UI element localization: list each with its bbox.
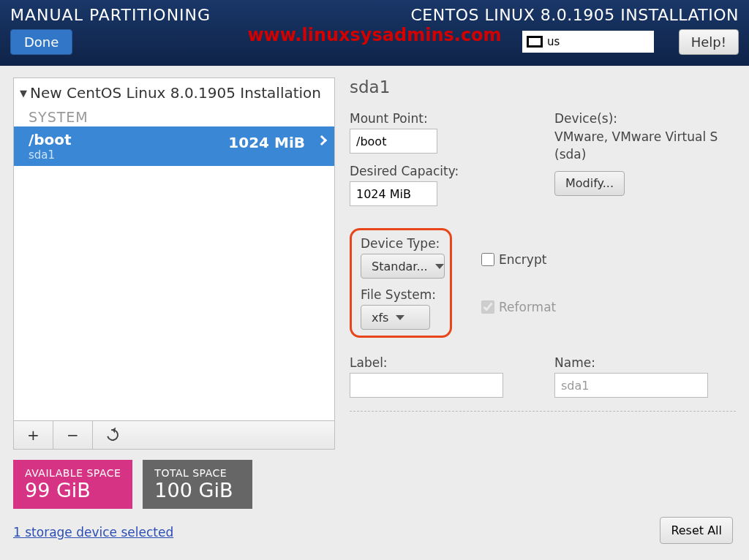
details-row-3: Label: Name:: [350, 355, 736, 398]
file-system-dropdown[interactable]: xfs: [361, 305, 430, 330]
details-row-1: Mount Point: Desired Capacity: Device(s)…: [350, 111, 736, 206]
encrypt-label: Encrypt: [499, 252, 546, 267]
content-area: ▼ New CentOS Linux 8.0.1905 Installation…: [0, 66, 749, 551]
total-space-value: 100 GiB: [154, 479, 241, 502]
highlight-box: Device Type: Standar... File System: xfs: [350, 228, 452, 338]
header-bar: MANUAL PARTITIONING CENTOS LINUX 8.0.190…: [0, 0, 749, 66]
file-system-value: xfs: [372, 311, 388, 325]
space-summary: AVAILABLE SPACE 99 GiB TOTAL SPACE 100 G…: [13, 460, 335, 509]
add-partition-button[interactable]: +: [14, 421, 53, 449]
devices-value: VMware, VMware Virtual S (sda): [554, 129, 736, 164]
modify-devices-button[interactable]: Modify...: [554, 171, 625, 196]
help-button[interactable]: Help!: [679, 29, 739, 55]
left-column: ▼ New CentOS Linux 8.0.1905 Installation…: [13, 77, 335, 540]
mount-point-input[interactable]: [350, 129, 437, 154]
encrypt-checkbox[interactable]: [481, 253, 494, 266]
selected-device-title: sda1: [350, 77, 736, 97]
available-space-tile: AVAILABLE SPACE 99 GiB: [13, 460, 132, 509]
reformat-checkbox: [481, 300, 494, 314]
partition-tree: ▼ New CentOS Linux 8.0.1905 Installation…: [13, 77, 335, 421]
tree-section-system: SYSTEM: [14, 107, 334, 126]
divider: [350, 411, 736, 412]
encrypt-checkbox-row[interactable]: Encrypt: [481, 252, 556, 267]
mount-point-label: Mount Point:: [350, 111, 525, 126]
refresh-button[interactable]: [93, 421, 132, 449]
available-space-value: 99 GiB: [25, 479, 121, 502]
reformat-label: Reformat: [499, 300, 556, 314]
partition-size: 1024 MiB: [228, 134, 305, 151]
reformat-checkbox-row: Reformat: [481, 300, 556, 314]
name-input: [554, 373, 708, 398]
name-label: Name:: [554, 355, 736, 370]
device-type-dropdown[interactable]: Standar...: [361, 254, 445, 279]
chevron-down-icon: [396, 315, 404, 320]
keyboard-icon: [527, 36, 543, 48]
reset-all-button[interactable]: Reset All: [660, 517, 733, 544]
file-system-label: File System:: [361, 287, 441, 302]
storage-devices-link[interactable]: 1 storage device selected: [13, 525, 173, 540]
label-input[interactable]: [350, 373, 503, 398]
label-label: Label:: [350, 355, 525, 370]
available-space-label: AVAILABLE SPACE: [25, 467, 121, 479]
tree-root-label: New CentOS Linux 8.0.1905 Installation: [30, 84, 321, 102]
keyboard-layout-selector[interactable]: us: [522, 31, 654, 53]
remove-partition-button[interactable]: −: [53, 421, 93, 449]
total-space-label: TOTAL SPACE: [154, 467, 241, 479]
right-column: sda1 Mount Point: Desired Capacity: Devi…: [350, 77, 736, 540]
total-space-tile: TOTAL SPACE 100 GiB: [143, 460, 252, 509]
details-row-2: Device Type: Standar... File System: xfs: [350, 228, 736, 338]
device-type-label: Device Type:: [361, 236, 441, 251]
caret-down-icon: ▼: [20, 88, 27, 99]
chevron-down-icon: [435, 264, 444, 269]
product-title: CENTOS LINUX 8.0.1905 INSTALLATION: [410, 6, 739, 24]
desired-capacity-input[interactable]: [350, 181, 437, 206]
partition-row-boot[interactable]: /boot 1024 MiB sda1: [14, 126, 334, 166]
done-button[interactable]: Done: [10, 29, 72, 55]
watermark-text: www.linuxsysadmins.com: [247, 25, 501, 45]
devices-label: Device(s):: [554, 111, 736, 126]
keyboard-layout-label: us: [547, 35, 560, 48]
tree-root[interactable]: ▼ New CentOS Linux 8.0.1905 Installation: [14, 78, 334, 107]
desired-capacity-label: Desired Capacity:: [350, 164, 525, 178]
partition-action-bar: + −: [13, 421, 335, 450]
device-type-value: Standar...: [372, 260, 428, 273]
refresh-icon: [105, 427, 121, 443]
